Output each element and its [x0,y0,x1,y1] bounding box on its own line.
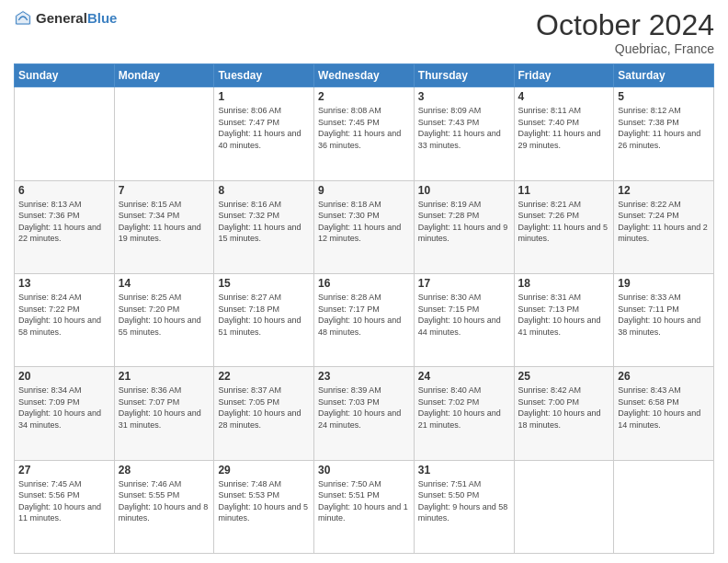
day-number: 5 [618,90,710,103]
day-number: 29 [218,464,310,477]
calendar-cell: 15Sunrise: 8:27 AMSunset: 7:18 PMDayligh… [214,273,314,366]
calendar-cell: 4Sunrise: 8:11 AMSunset: 7:40 PMDaylight… [514,87,614,180]
title-block: October 2024 Quebriac, France [536,9,714,56]
location-subtitle: Quebriac, France [536,41,714,56]
logo-text: General Blue [36,11,117,27]
day-number: 28 [119,464,210,477]
day-number: 13 [18,277,110,290]
calendar-week-3: 13Sunrise: 8:24 AMSunset: 7:22 PMDayligh… [15,273,714,366]
calendar-cell: 22Sunrise: 8:37 AMSunset: 7:05 PMDayligh… [214,367,314,460]
calendar-week-4: 20Sunrise: 8:34 AMSunset: 7:09 PMDayligh… [15,367,714,460]
calendar-cell [15,87,115,180]
day-number: 31 [418,464,510,477]
day-number: 7 [119,184,210,197]
day-info: Sunrise: 8:37 AMSunset: 7:05 PMDaylight:… [218,385,310,431]
day-info: Sunrise: 8:36 AMSunset: 7:07 PMDaylight:… [119,385,210,431]
calendar-cell: 28Sunrise: 7:46 AMSunset: 5:55 PMDayligh… [114,460,214,553]
day-number: 30 [318,464,410,477]
calendar-cell: 16Sunrise: 8:28 AMSunset: 7:17 PMDayligh… [314,273,415,366]
calendar-cell: 29Sunrise: 7:48 AMSunset: 5:53 PMDayligh… [214,460,314,553]
svg-marker-0 [15,10,30,25]
day-number: 1 [218,90,310,103]
calendar-week-5: 27Sunrise: 7:45 AMSunset: 5:56 PMDayligh… [15,460,714,553]
day-info: Sunrise: 8:19 AMSunset: 7:28 PMDaylight:… [418,199,510,245]
calendar-cell: 27Sunrise: 7:45 AMSunset: 5:56 PMDayligh… [15,460,115,553]
day-info: Sunrise: 8:28 AMSunset: 7:17 PMDaylight:… [318,292,410,338]
col-wednesday: Wednesday [314,64,415,87]
day-info: Sunrise: 8:43 AMSunset: 6:58 PMDaylight:… [618,385,710,431]
day-number: 18 [518,277,610,290]
calendar-week-1: 1Sunrise: 8:06 AMSunset: 7:47 PMDaylight… [15,87,714,180]
day-number: 4 [518,90,610,103]
day-number: 21 [119,370,210,383]
day-number: 24 [418,370,510,383]
col-friday: Friday [514,64,614,87]
calendar-cell: 13Sunrise: 8:24 AMSunset: 7:22 PMDayligh… [15,273,115,366]
col-tuesday: Tuesday [214,64,314,87]
calendar-cell: 9Sunrise: 8:18 AMSunset: 7:30 PMDaylight… [314,180,415,273]
day-info: Sunrise: 8:39 AMSunset: 7:03 PMDaylight:… [318,385,410,431]
day-number: 26 [618,370,710,383]
day-number: 14 [119,277,210,290]
calendar-cell [614,460,714,553]
calendar-cell: 23Sunrise: 8:39 AMSunset: 7:03 PMDayligh… [314,367,415,460]
calendar-cell: 18Sunrise: 8:31 AMSunset: 7:13 PMDayligh… [514,273,614,366]
day-info: Sunrise: 8:24 AMSunset: 7:22 PMDaylight:… [18,292,110,338]
day-number: 11 [518,184,610,197]
day-info: Sunrise: 7:51 AMSunset: 5:50 PMDaylight:… [418,478,510,524]
calendar-cell: 25Sunrise: 8:42 AMSunset: 7:00 PMDayligh… [514,367,614,460]
day-number: 27 [18,464,110,477]
day-number: 15 [218,277,310,290]
day-info: Sunrise: 8:33 AMSunset: 7:11 PMDaylight:… [618,292,710,338]
calendar-cell: 20Sunrise: 8:34 AMSunset: 7:09 PMDayligh… [15,367,115,460]
calendar-cell [514,460,614,553]
col-saturday: Saturday [614,64,714,87]
calendar-cell: 14Sunrise: 8:25 AMSunset: 7:20 PMDayligh… [114,273,214,366]
day-number: 19 [618,277,710,290]
calendar-cell: 2Sunrise: 8:08 AMSunset: 7:45 PMDaylight… [314,87,415,180]
day-info: Sunrise: 8:31 AMSunset: 7:13 PMDaylight:… [518,292,610,338]
day-number: 10 [418,184,510,197]
day-info: Sunrise: 8:25 AMSunset: 7:20 PMDaylight:… [119,292,210,338]
day-number: 17 [418,277,510,290]
calendar-week-2: 6Sunrise: 8:13 AMSunset: 7:36 PMDaylight… [15,180,714,273]
day-number: 16 [318,277,410,290]
day-number: 2 [318,90,410,103]
calendar-cell: 6Sunrise: 8:13 AMSunset: 7:36 PMDaylight… [15,180,115,273]
calendar-cell [114,87,214,180]
day-info: Sunrise: 8:27 AMSunset: 7:18 PMDaylight:… [218,292,310,338]
logo-icon [14,9,32,28]
day-info: Sunrise: 8:18 AMSunset: 7:30 PMDaylight:… [318,199,410,245]
page: General Blue October 2024 Quebriac, Fran… [0,0,728,563]
calendar-cell: 7Sunrise: 8:15 AMSunset: 7:34 PMDaylight… [114,180,214,273]
logo-blue: Blue [87,11,118,27]
day-info: Sunrise: 7:46 AMSunset: 5:55 PMDaylight:… [119,478,210,524]
calendar-cell: 31Sunrise: 7:51 AMSunset: 5:50 PMDayligh… [414,460,514,553]
month-title: October 2024 [536,9,714,41]
calendar-cell: 12Sunrise: 8:22 AMSunset: 7:24 PMDayligh… [614,180,714,273]
day-info: Sunrise: 8:30 AMSunset: 7:15 PMDaylight:… [418,292,510,338]
day-number: 22 [218,370,310,383]
logo: General Blue [14,9,117,28]
calendar-cell: 24Sunrise: 8:40 AMSunset: 7:02 PMDayligh… [414,367,514,460]
calendar-cell: 1Sunrise: 8:06 AMSunset: 7:47 PMDaylight… [214,87,314,180]
day-info: Sunrise: 8:12 AMSunset: 7:38 PMDaylight:… [618,105,710,151]
day-info: Sunrise: 8:16 AMSunset: 7:32 PMDaylight:… [218,199,310,245]
calendar-cell: 30Sunrise: 7:50 AMSunset: 5:51 PMDayligh… [314,460,415,553]
calendar-cell: 10Sunrise: 8:19 AMSunset: 7:28 PMDayligh… [414,180,514,273]
header: General Blue October 2024 Quebriac, Fran… [14,9,714,56]
day-info: Sunrise: 8:34 AMSunset: 7:09 PMDaylight:… [18,385,110,431]
day-number: 8 [218,184,310,197]
calendar-cell: 5Sunrise: 8:12 AMSunset: 7:38 PMDaylight… [614,87,714,180]
day-number: 3 [418,90,510,103]
calendar-header-row: Sunday Monday Tuesday Wednesday Thursday… [15,64,714,87]
day-number: 9 [318,184,410,197]
calendar-cell: 3Sunrise: 8:09 AMSunset: 7:43 PMDaylight… [414,87,514,180]
calendar-cell: 17Sunrise: 8:30 AMSunset: 7:15 PMDayligh… [414,273,514,366]
day-info: Sunrise: 7:45 AMSunset: 5:56 PMDaylight:… [18,478,110,524]
day-number: 23 [318,370,410,383]
col-sunday: Sunday [15,64,115,87]
day-info: Sunrise: 8:21 AMSunset: 7:26 PMDaylight:… [518,199,610,245]
day-info: Sunrise: 7:50 AMSunset: 5:51 PMDaylight:… [318,478,410,524]
calendar-cell: 19Sunrise: 8:33 AMSunset: 7:11 PMDayligh… [614,273,714,366]
